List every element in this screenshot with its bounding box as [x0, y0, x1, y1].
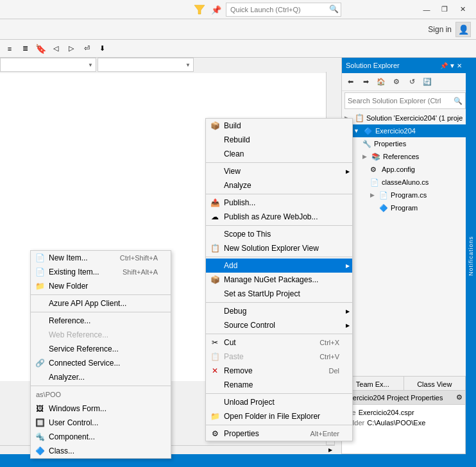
ctx-view[interactable]: View: [206, 164, 352, 178]
file-combo[interactable]: ▼: [0, 58, 96, 72]
ctx-new-sol-view[interactable]: 📋 New Solution Explorer View: [206, 241, 352, 255]
toolbar-btn-1[interactable]: ≡: [3, 42, 17, 56]
ctx-properties[interactable]: ⚙ Properties Alt+Enter: [206, 427, 352, 441]
ctx-paste[interactable]: 📋 Paste Ctrl+V: [206, 350, 352, 364]
ctx-unload[interactable]: Unload Project: [206, 395, 352, 409]
user-control-icon: 🔲: [35, 418, 45, 428]
appconfig-label: App.config: [382, 166, 415, 173]
properties-panel-gear[interactable]: ⚙: [456, 393, 463, 402]
editor-combos: ▼ ▼: [0, 58, 194, 72]
tree-programcs-node[interactable]: ▶ 📄 Program.cs: [342, 189, 466, 201]
ctx-rename[interactable]: Rename: [206, 378, 352, 392]
solution-explorer-title: Solution Explorer: [346, 62, 440, 69]
pin-icon[interactable]: 📌: [209, 3, 223, 17]
ctx-debug[interactable]: Debug: [206, 304, 352, 318]
toolbar-btn-4[interactable]: ◁: [49, 42, 63, 56]
programcs-label: Program.cs: [391, 191, 427, 199]
ctx-class[interactable]: 🔷 Class...: [31, 444, 171, 458]
toolbar-refresh-btn[interactable]: ↺: [405, 75, 419, 89]
ctx-startup[interactable]: Set as StartUp Project: [206, 287, 352, 301]
ctx-remove[interactable]: ✕ Remove Del: [206, 364, 352, 378]
close-button[interactable]: ✕: [454, 3, 471, 16]
ctx-view-label: View: [224, 167, 241, 176]
notifications-sidebar[interactable]: Notifications: [466, 58, 476, 454]
open-folder-icon: 📁: [210, 411, 220, 421]
ctx-open-folder[interactable]: 📁 Open Folder in File Explorer: [206, 409, 352, 423]
tree-appconfig-node[interactable]: ⚙ App.config: [342, 163, 466, 176]
programcs-expand-icon: ▶: [370, 192, 378, 198]
filter-icon[interactable]: [192, 3, 207, 17]
ctx-analyze[interactable]: Analyze: [206, 178, 352, 192]
hscroll-right-arrow[interactable]: ▶: [326, 446, 335, 455]
toolbar-home-btn[interactable]: 🏠: [374, 75, 388, 89]
ctx-cut-shortcut: Ctrl+X: [319, 339, 339, 346]
ctx-windows-form[interactable]: 🖼 Windows Form...: [31, 402, 171, 416]
toolbar-btn-5[interactable]: ▷: [64, 42, 78, 56]
panel-close-icon[interactable]: ✕: [457, 62, 462, 69]
solution-explorer-search[interactable]: 🔍: [344, 92, 466, 109]
ctx-source-control[interactable]: Source Control: [206, 318, 352, 332]
ctx-reference[interactable]: Reference...: [31, 314, 171, 328]
sub-sep-1: [31, 294, 171, 295]
ctx-clean[interactable]: Clean: [206, 147, 352, 161]
member-combo[interactable]: ▼: [98, 58, 194, 72]
tree-project-node[interactable]: ▼ 🔷 Exercicio204: [342, 124, 466, 137]
ctx-user-control[interactable]: 🔲 User Control...: [31, 416, 171, 430]
ctx-build[interactable]: 📦 Build: [206, 119, 352, 133]
toolbar-btn-3[interactable]: 🔖: [33, 42, 47, 56]
sep-2: [206, 194, 352, 194]
ctx-component[interactable]: 🔩 Component...: [31, 430, 171, 444]
panel-header-icons: 📌 ▼ ✕: [440, 62, 462, 69]
ctx-analyzer[interactable]: Analyzer...: [31, 370, 171, 384]
ctx-rebuild[interactable]: Rebuild: [206, 133, 352, 147]
toolbar-settings-btn[interactable]: ⚙: [389, 75, 404, 89]
tree-solution-node[interactable]: ▶ 📋 Solution 'Exercicio204' (1 proje: [342, 112, 466, 124]
minimize-button[interactable]: —: [418, 3, 435, 16]
maximize-button[interactable]: ❐: [436, 3, 453, 16]
ctx-nuget[interactable]: 📦 Manage NuGet Packages...: [206, 273, 352, 287]
ctx-publish-azure[interactable]: ☁ Publish as Azure WebJob...: [206, 210, 352, 224]
ctx-publish[interactable]: 📤 Publish...: [206, 196, 352, 210]
ctx-service-reference[interactable]: Service Reference...: [31, 342, 171, 356]
toolbar-collapse-btn[interactable]: 🔄: [420, 75, 434, 89]
ctx-existing-item[interactable]: 📄 Existing Item... Shift+Alt+A: [31, 265, 171, 279]
programcs-icon: 📄: [379, 191, 389, 200]
sign-in-link[interactable]: Sign in: [428, 25, 452, 34]
ctx-new-item[interactable]: 📄 New Item... Ctrl+Shift+A: [31, 251, 171, 265]
tree-properties-node[interactable]: 🔧 Properties: [342, 137, 466, 150]
ctx-startup-label: Set as StartUp Project: [224, 289, 300, 298]
appconfig-icon: ⚙: [370, 166, 380, 174]
tree-classealuno-node[interactable]: 📄 classeAluno.cs: [342, 176, 466, 189]
quick-launch-input[interactable]: [226, 3, 341, 17]
panel-pin-icon[interactable]: 📌: [440, 62, 448, 69]
ctx-properties-label: Properties: [224, 429, 259, 438]
ctx-cut[interactable]: ✂ Cut Ctrl+X: [206, 335, 352, 350]
ctx-web-reference[interactable]: Web Reference...: [31, 328, 171, 342]
toolbar-btn-2[interactable]: ≣: [18, 42, 32, 56]
tree-references-node[interactable]: ▶ 📚 References: [342, 150, 466, 163]
ctx-azure-api[interactable]: Azure API App Client...: [31, 296, 171, 310]
account-icon[interactable]: 👤: [455, 22, 471, 37]
properties-panel-content: File Exercicio204.cspr Folder C:\Aulas\P…: [342, 405, 465, 430]
solution-search-input[interactable]: [348, 97, 452, 105]
toolbar-forward-btn[interactable]: ➡: [359, 75, 373, 89]
web-reference-icon: [35, 330, 45, 340]
prop-folder-value: C:\Aulas\POO\Exe: [367, 418, 425, 428]
solution-explorer-header: Solution Explorer 📌 ▼ ✕: [342, 58, 466, 73]
solution-icon: 📋: [355, 114, 365, 123]
ctx-new-folder[interactable]: 📁 New Folder: [31, 279, 171, 293]
paste-icon: 📋: [210, 352, 220, 362]
tree-program-node[interactable]: 🔷 Program: [342, 201, 466, 214]
project-label: Exercicio204: [375, 127, 416, 135]
ctx-add[interactable]: Add: [206, 259, 352, 273]
prop-file-row: File Exercicio204.cspr: [344, 407, 463, 418]
ctx-scope[interactable]: Scope to This: [206, 227, 352, 241]
toolbar-btn-6[interactable]: ⏎: [80, 42, 94, 56]
ctx-debug-label: Debug: [224, 307, 246, 316]
toolbar-btn-7[interactable]: ⬇: [95, 42, 109, 56]
ctx-source-control-label: Source Control: [224, 321, 275, 330]
panel-dropdown-icon[interactable]: ▼: [449, 62, 455, 69]
ctx-connected-service[interactable]: 🔗 Connected Service...: [31, 356, 171, 370]
toolbar-back-btn[interactable]: ⬅: [343, 75, 357, 89]
sep-1: [206, 162, 352, 163]
